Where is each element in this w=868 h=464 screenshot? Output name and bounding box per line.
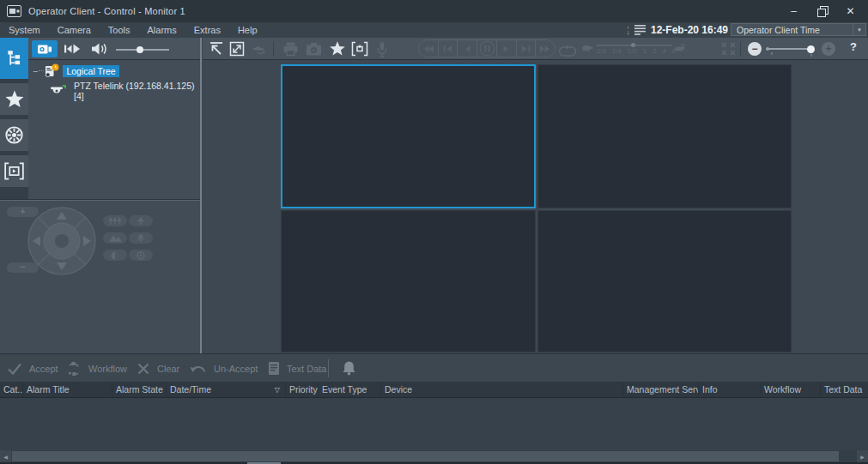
col-priority[interactable]: Priority bbox=[286, 382, 319, 397]
ptz-flower-button[interactable] bbox=[129, 232, 153, 244]
volume-slider-thumb[interactable] bbox=[137, 46, 143, 53]
menu-alarms[interactable]: Alarms bbox=[139, 22, 185, 38]
live-mode-button[interactable] bbox=[32, 40, 58, 57]
chevron-down-icon: ▼ bbox=[853, 24, 865, 35]
step-forward-button[interactable] bbox=[496, 40, 516, 57]
favorites-star-button[interactable] bbox=[328, 40, 347, 57]
scroll-right-arrow[interactable]: ▶ bbox=[857, 450, 868, 462]
workflow-button[interactable]: Workflow bbox=[66, 354, 127, 383]
logical-tree-node-icon bbox=[45, 63, 59, 78]
alarm-sequence-icon[interactable] bbox=[249, 40, 268, 57]
tree-connector bbox=[39, 70, 44, 71]
restore-layout-button[interactable] bbox=[207, 40, 226, 57]
col-device[interactable]: Device bbox=[381, 382, 623, 397]
spoke-wheel-icon bbox=[4, 125, 24, 145]
tree-root-label[interactable]: Logical Tree bbox=[63, 65, 118, 77]
sort-descending-icon[interactable]: ▽ bbox=[275, 386, 280, 394]
col-label: Info bbox=[702, 384, 718, 395]
menu-camera[interactable]: Camera bbox=[49, 22, 100, 38]
add-bookmark-button[interactable] bbox=[350, 40, 369, 57]
image-pane-1-selected[interactable] bbox=[281, 64, 536, 208]
check-icon bbox=[7, 362, 22, 376]
minimize-button[interactable]: – bbox=[780, 0, 808, 22]
tree-root-row[interactable]: − Logical Tree bbox=[33, 63, 119, 78]
text-data-button[interactable]: Text Data bbox=[268, 354, 326, 383]
col-category[interactable]: Cat.. bbox=[0, 382, 23, 397]
col-datetime[interactable]: Date/Time▽ bbox=[167, 382, 286, 397]
panel-splitter[interactable] bbox=[200, 38, 202, 353]
snapshot-camera-icon[interactable] bbox=[304, 40, 323, 57]
tree-device-label[interactable]: PTZ Telelink (192.168.41.125) [4] bbox=[72, 80, 200, 102]
col-label: Priority bbox=[289, 384, 318, 395]
accept-alarm-button[interactable]: Accept bbox=[7, 354, 58, 383]
unaccept-alarm-button[interactable]: Un-Accept bbox=[190, 354, 258, 383]
restore-button[interactable] bbox=[808, 0, 836, 22]
image-pane-3[interactable] bbox=[281, 210, 536, 353]
skip-end-button[interactable] bbox=[516, 40, 536, 57]
col-alarm-state[interactable]: Alarm State bbox=[112, 382, 167, 397]
speed-tick: 1/8 bbox=[597, 47, 606, 55]
tree-device-row[interactable]: PTZ Telelink (192.168.41.125) [4] bbox=[50, 80, 200, 102]
help-button[interactable]: ? bbox=[850, 40, 857, 53]
fast-forward-button[interactable] bbox=[535, 40, 555, 57]
menu-help[interactable]: Help bbox=[229, 22, 266, 38]
col-event-type[interactable]: Event Type bbox=[319, 382, 381, 397]
tab-logical-tree[interactable] bbox=[0, 38, 28, 79]
collapse-expander-icon[interactable]: − bbox=[33, 67, 38, 75]
ptz-joystick[interactable] bbox=[26, 205, 98, 277]
loop-playback-icon[interactable] bbox=[558, 42, 577, 59]
menu-extras[interactable]: Extras bbox=[185, 22, 229, 38]
alarm-toolbar: Accept Workflow Clear Un-Accept Text Dat… bbox=[0, 353, 868, 382]
close-button[interactable]: ✕ bbox=[836, 0, 865, 22]
time-mode-select[interactable]: Operator Client Time ▼ bbox=[731, 23, 866, 36]
pane-slider-thumb[interactable] bbox=[807, 45, 815, 53]
skip-start-button[interactable] bbox=[438, 40, 458, 57]
scrollbar-thumb[interactable] bbox=[12, 451, 839, 461]
alarm-table-header: Cat.. Alarm Title Alarm State Date/Time▽… bbox=[0, 382, 868, 398]
live-camera-icon bbox=[37, 44, 52, 55]
col-info[interactable]: Info bbox=[699, 382, 761, 397]
x-icon bbox=[137, 362, 150, 376]
image-pane-2[interactable] bbox=[537, 64, 792, 208]
clear-label: Clear bbox=[157, 364, 179, 374]
maximize-pane-button[interactable] bbox=[228, 40, 246, 57]
speed-tick: 1 bbox=[643, 47, 646, 55]
col-label: Device bbox=[385, 384, 412, 395]
menu-tools[interactable]: Tools bbox=[100, 22, 139, 38]
tab-favorites[interactable] bbox=[0, 83, 28, 115]
instant-playback-icon[interactable] bbox=[63, 41, 82, 57]
bell-icon[interactable] bbox=[342, 360, 356, 376]
col-label: Event Type bbox=[322, 384, 367, 395]
step-back-button[interactable] bbox=[457, 40, 476, 57]
playback-controls bbox=[418, 39, 555, 57]
tab-bookmarks[interactable] bbox=[0, 119, 28, 151]
ptz-mountain-button[interactable] bbox=[103, 232, 127, 244]
speed-tick: 1/2 bbox=[628, 47, 637, 55]
image-pane-4[interactable] bbox=[537, 210, 792, 353]
tab-image-panes[interactable] bbox=[0, 155, 28, 187]
microphone-icon[interactable] bbox=[373, 40, 392, 57]
col-text-data[interactable]: Text Data bbox=[821, 382, 868, 397]
more-panes-button[interactable]: + bbox=[822, 42, 835, 56]
close-all-panes-icon[interactable] bbox=[719, 40, 737, 57]
fewer-panes-button[interactable]: − bbox=[748, 42, 762, 56]
speed-tick: 2 bbox=[653, 47, 656, 55]
col-management-server[interactable]: Management Server bbox=[623, 382, 699, 397]
ptz-iris-open-button[interactable] bbox=[129, 250, 153, 261]
print-icon[interactable] bbox=[281, 40, 300, 57]
rewind-button[interactable] bbox=[419, 40, 438, 57]
ptz-focus-far-button[interactable] bbox=[103, 215, 127, 226]
col-alarm-title[interactable]: Alarm Title bbox=[23, 382, 112, 397]
speaker-icon[interactable] bbox=[90, 40, 109, 57]
ptz-iris-close-button[interactable] bbox=[103, 250, 127, 261]
pause-button[interactable] bbox=[476, 40, 496, 57]
menu-system[interactable]: System bbox=[0, 22, 49, 38]
iris-open-icon bbox=[137, 251, 145, 260]
scroll-left-arrow[interactable]: ◀ bbox=[0, 450, 11, 462]
col-workflow[interactable]: Workflow bbox=[761, 382, 821, 397]
ptz-focus-near-button[interactable] bbox=[129, 215, 153, 226]
col-label: Text Data bbox=[824, 384, 862, 395]
clear-alarm-button[interactable]: Clear bbox=[137, 354, 179, 383]
tree-icon bbox=[137, 217, 145, 225]
svg-text:CPU: CPU bbox=[628, 26, 629, 35]
